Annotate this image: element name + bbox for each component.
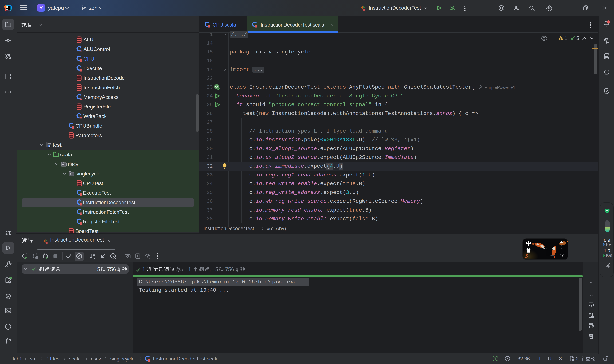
svg-text:IJ: IJ [6,6,8,8]
